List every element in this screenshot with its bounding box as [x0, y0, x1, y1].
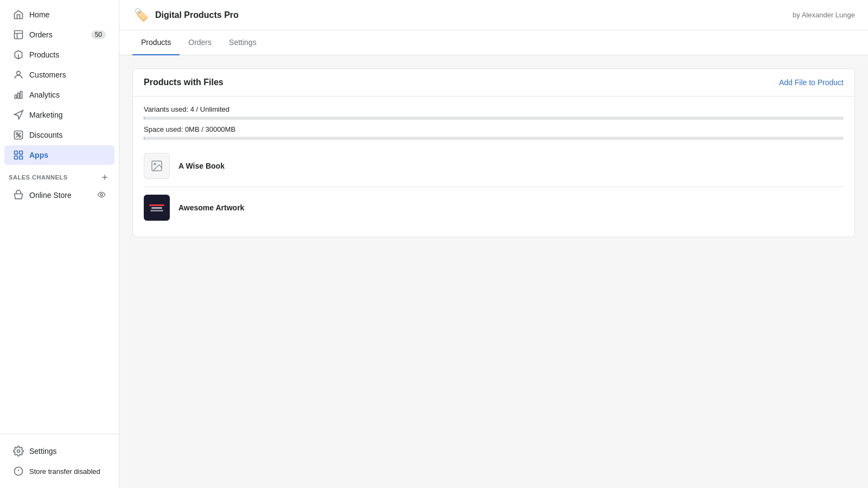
sidebar-item-analytics[interactable]: Analytics — [4, 85, 114, 105]
product-name-awesome-artwork: Awesome Artwork — [178, 203, 244, 212]
svg-point-5 — [16, 133, 18, 134]
tab-settings[interactable]: Settings — [220, 30, 265, 55]
sidebar-nav: Home Orders 50 Products — [0, 0, 119, 434]
product-name-wise-book: A Wise Book — [178, 162, 225, 170]
app-title: Digital Products Pro — [155, 10, 239, 20]
marketing-icon — [13, 110, 24, 120]
sidebar-item-settings[interactable]: Settings — [4, 441, 114, 461]
product-list: A Wise Book Awesome Artwork — [144, 145, 844, 228]
svg-rect-0 — [15, 31, 23, 39]
sidebar-item-customers-label: Customers — [29, 70, 66, 79]
image-placeholder-icon — [150, 159, 163, 172]
sidebar-item-store-transfer-label: Store transfer disabled — [29, 467, 100, 476]
settings-icon — [13, 446, 24, 457]
product-item-wise-book[interactable]: A Wise Book — [144, 145, 844, 187]
tab-products[interactable]: Products — [132, 30, 180, 55]
sidebar-item-apps[interactable]: Apps — [4, 145, 114, 165]
sidebar-bottom: Settings Store transfer disabled — [0, 434, 119, 488]
sidebar-item-home[interactable]: Home — [4, 5, 114, 24]
apps-icon — [13, 150, 24, 160]
sidebar-item-marketing[interactable]: Marketing — [4, 105, 114, 125]
card-header: Products with Files Add File to Product — [133, 69, 854, 97]
svg-rect-4 — [20, 91, 22, 98]
products-icon — [13, 49, 24, 60]
sidebar-item-marketing-label: Marketing — [29, 111, 62, 119]
app-header-left: 🏷️ Digital Products Pro — [132, 7, 239, 24]
sales-channels-section: SALES CHANNELS — [0, 165, 119, 185]
app-byline: by Alexander Lunge — [793, 11, 855, 19]
card-title: Products with Files — [144, 78, 224, 87]
customers-icon — [13, 69, 24, 80]
product-thumb-awesome-artwork — [144, 195, 170, 221]
home-icon — [13, 9, 24, 20]
svg-point-12 — [100, 194, 103, 196]
add-sales-channel-icon[interactable] — [99, 172, 110, 183]
sidebar-item-analytics-label: Analytics — [29, 91, 60, 99]
sales-channels-label: SALES CHANNELS — [9, 174, 68, 181]
sidebar-item-discounts-label: Discounts — [29, 131, 62, 139]
app-header: 🏷️ Digital Products Pro by Alexander Lun… — [119, 0, 868, 30]
online-store-visibility-icon[interactable] — [97, 190, 106, 201]
svg-rect-11 — [20, 156, 23, 159]
svg-point-1 — [17, 71, 21, 75]
sidebar-item-store-transfer[interactable]: Store transfer disabled — [4, 461, 114, 481]
product-thumb-wise-book — [144, 153, 170, 179]
card-body: Variants used: 4 / Unlimited Space used:… — [133, 97, 854, 237]
sidebar-item-customers[interactable]: Customers — [4, 65, 114, 85]
space-progress-bar — [144, 137, 844, 140]
sidebar-item-apps-label: Apps — [29, 151, 48, 159]
tab-orders[interactable]: Orders — [180, 30, 220, 55]
sidebar-item-settings-label: Settings — [29, 447, 57, 455]
sidebar-item-home-label: Home — [29, 10, 49, 19]
svg-point-6 — [19, 136, 21, 137]
store-icon — [13, 190, 24, 201]
tabs: Products Orders Settings — [119, 30, 868, 55]
discounts-icon — [13, 130, 24, 140]
orders-badge: 50 — [91, 30, 106, 39]
sidebar-item-products[interactable]: Products — [4, 45, 114, 65]
info-icon — [13, 466, 24, 477]
products-with-files-card: Products with Files Add File to Product … — [132, 68, 855, 237]
svg-rect-9 — [20, 151, 23, 155]
svg-point-13 — [17, 450, 20, 453]
svg-rect-3 — [17, 93, 19, 99]
sidebar-item-online-store[interactable]: Online Store — [4, 185, 114, 205]
add-file-to-product-button[interactable]: Add File to Product — [779, 78, 844, 87]
sidebar: Home Orders 50 Products — [0, 0, 119, 488]
app-icon: 🏷️ — [132, 7, 150, 24]
sidebar-item-products-label: Products — [29, 50, 59, 59]
variants-stat: Variants used: 4 / Unlimited — [144, 105, 844, 113]
sidebar-item-orders-label: Orders — [29, 30, 53, 39]
sidebar-item-discounts[interactable]: Discounts — [4, 125, 114, 145]
svg-rect-8 — [15, 151, 18, 155]
main-content: 🏷️ Digital Products Pro by Alexander Lun… — [119, 0, 868, 488]
variants-progress-bar — [144, 117, 844, 120]
analytics-icon — [13, 89, 24, 100]
page-content: Products with Files Add File to Product … — [119, 55, 868, 488]
orders-icon — [13, 29, 24, 40]
product-item-awesome-artwork[interactable]: Awesome Artwork — [144, 187, 844, 228]
svg-rect-2 — [15, 95, 16, 99]
svg-point-18 — [154, 163, 156, 165]
sidebar-item-orders[interactable]: Orders 50 — [4, 25, 114, 44]
sidebar-item-online-store-label: Online Store — [29, 191, 72, 200]
svg-rect-10 — [15, 156, 18, 159]
space-stat: Space used: 0MB / 30000MB — [144, 125, 844, 133]
